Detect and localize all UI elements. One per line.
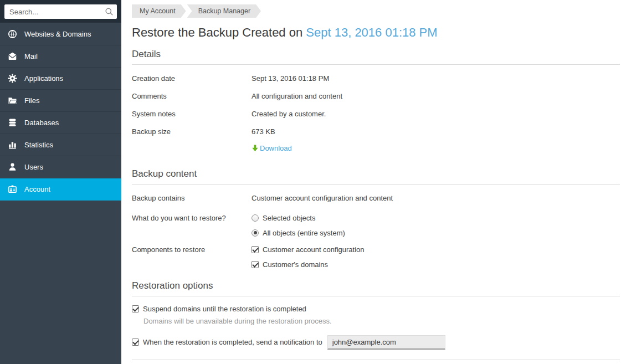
suspend-domains-row: Suspend domains until the restoration is… <box>132 305 620 313</box>
checkbox-option-customers-domains[interactable]: Customer's domains <box>252 260 365 269</box>
sidebar: Websites & Domains Mail <box>0 0 121 364</box>
sidebar-item-websites-domains[interactable]: Websites & Domains <box>0 23 121 45</box>
notification-row: When the restoration is completed, send … <box>132 335 620 350</box>
detail-label: System notes <box>132 110 252 118</box>
details-heading: Details <box>132 49 620 65</box>
sidebar-item-label: Mail <box>24 52 38 60</box>
sidebar-item-mail[interactable]: Mail <box>0 45 121 68</box>
backup-contains-row: Backup contains Customer account configu… <box>132 194 620 202</box>
mail-icon <box>8 52 19 61</box>
components-row: Components to restore Customer account c… <box>132 245 620 269</box>
detail-value: Sept 13, 2016 01:18 PM <box>252 74 329 83</box>
notification-email-input[interactable] <box>327 335 445 350</box>
radio-all-objects[interactable] <box>252 229 259 237</box>
folder-icon <box>8 96 19 105</box>
radio-label: All objects (entire system) <box>263 229 345 237</box>
radio-label: Selected objects <box>263 214 315 222</box>
detail-row-creation-date: Creation date Sept 13, 2016 01:18 PM <box>132 74 620 83</box>
suspend-domains-note: Domains will be unavailable during the r… <box>143 317 620 325</box>
checkbox-suspend-domains[interactable] <box>132 305 139 312</box>
search-input[interactable] <box>4 4 117 19</box>
checkbox-label: Customer account configuration <box>263 245 365 254</box>
sidebar-item-users[interactable]: Users <box>0 156 121 178</box>
sidebar-item-label: Applications <box>24 74 63 83</box>
detail-value: 673 KB <box>252 127 275 136</box>
checkbox-option-suspend-domains[interactable]: Suspend domains until the restoration is… <box>132 305 306 313</box>
sidebar-search <box>0 0 121 23</box>
sidebar-item-label: Account <box>24 185 50 193</box>
globe-icon <box>8 29 19 39</box>
sidebar-item-label: Databases <box>24 119 59 127</box>
detail-row-system-notes: System notes Created by a customer. <box>132 110 620 118</box>
sidebar-item-label: Websites & Domains <box>24 30 91 38</box>
download-row: Download <box>252 144 620 155</box>
breadcrumb-item-my-account[interactable]: My Account <box>132 4 186 18</box>
backup-contains-label: Backup contains <box>132 194 252 202</box>
breadcrumb: My Account Backup Manager <box>132 4 620 18</box>
page-title-text: Restore the Backup Created on <box>132 25 302 39</box>
download-link-label: Download <box>260 144 292 152</box>
bar-chart-icon <box>8 140 19 150</box>
checkbox-option-send-notification[interactable]: When the restoration is completed, send … <box>132 338 322 346</box>
detail-value: Created by a customer. <box>252 110 326 118</box>
detail-row-backup-size: Backup size 673 KB <box>132 127 620 136</box>
components-label: Components to restore <box>132 245 252 269</box>
checkbox-send-notification[interactable] <box>132 339 139 346</box>
sidebar-item-statistics[interactable]: Statistics <box>0 134 121 156</box>
detail-label: Creation date <box>132 74 252 83</box>
page-title-date: Sept 13, 2016 01:18 PM <box>306 25 437 39</box>
download-link[interactable]: Download <box>252 144 292 152</box>
radio-option-all-objects[interactable]: All objects (entire system) <box>252 229 345 237</box>
backup-contains-value: Customer account configuration and conte… <box>252 194 393 202</box>
id-card-icon <box>8 184 19 194</box>
sidebar-item-label: Files <box>24 96 39 105</box>
page-title: Restore the Backup Created on Sept 13, 2… <box>132 25 620 40</box>
download-arrow-icon <box>252 145 259 152</box>
checkbox-option-account-configuration[interactable]: Customer account configuration <box>252 245 365 254</box>
components-options: Customer account configuration Customer'… <box>252 245 365 269</box>
user-icon <box>8 162 19 172</box>
checkbox-account-configuration[interactable] <box>252 246 259 253</box>
detail-value: All configuration and content <box>252 92 342 100</box>
detail-label: Comments <box>132 92 252 100</box>
detail-row-comments: Comments All configuration and content <box>132 92 620 100</box>
sidebar-item-files[interactable]: Files <box>0 90 121 112</box>
sidebar-item-label: Statistics <box>24 141 53 149</box>
restore-scope-options: Selected objects All objects (entire sys… <box>252 214 345 237</box>
footer-divider <box>132 360 620 360</box>
sidebar-item-account[interactable]: Account <box>0 178 121 201</box>
search-icon[interactable] <box>105 7 114 16</box>
main-content: My Account Backup Manager Restore the Ba… <box>121 0 621 364</box>
checkbox-customers-domains[interactable] <box>252 261 259 268</box>
checkbox-label: When the restoration is completed, send … <box>143 338 322 346</box>
breadcrumb-item-backup-manager[interactable]: Backup Manager <box>187 4 261 18</box>
checkbox-label: Suspend domains until the restoration is… <box>143 305 306 313</box>
radio-option-selected-objects[interactable]: Selected objects <box>252 214 345 222</box>
detail-label: Backup size <box>132 127 252 136</box>
radio-selected-objects[interactable] <box>252 214 259 222</box>
sidebar-item-label: Users <box>24 163 43 171</box>
restore-scope-row: What do you want to restore? Selected ob… <box>132 214 620 237</box>
database-icon <box>8 118 19 127</box>
checkbox-label: Customer's domains <box>263 260 328 269</box>
sidebar-item-databases[interactable]: Databases <box>0 112 121 134</box>
gear-icon <box>8 74 19 83</box>
backup-content-heading: Backup content <box>132 168 620 184</box>
restoration-options-heading: Restoration options <box>132 280 620 296</box>
restore-scope-label: What do you want to restore? <box>132 214 252 237</box>
sidebar-item-applications[interactable]: Applications <box>0 68 121 90</box>
